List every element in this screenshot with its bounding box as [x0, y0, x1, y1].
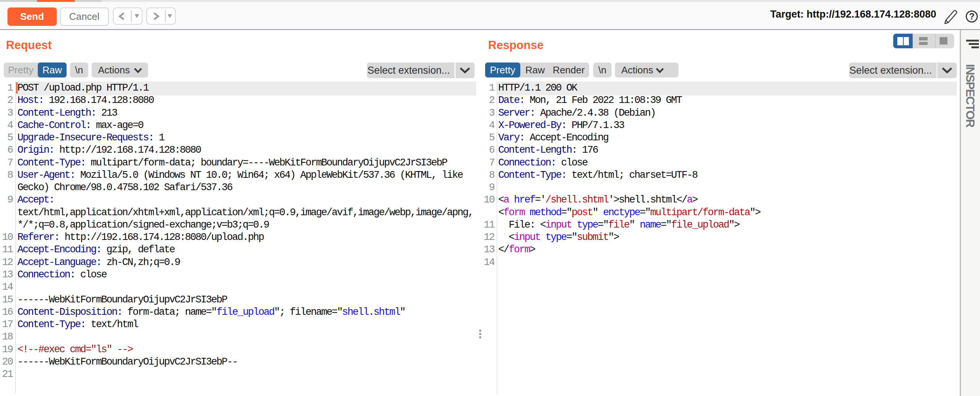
svg-text:?: ?: [969, 11, 975, 21]
